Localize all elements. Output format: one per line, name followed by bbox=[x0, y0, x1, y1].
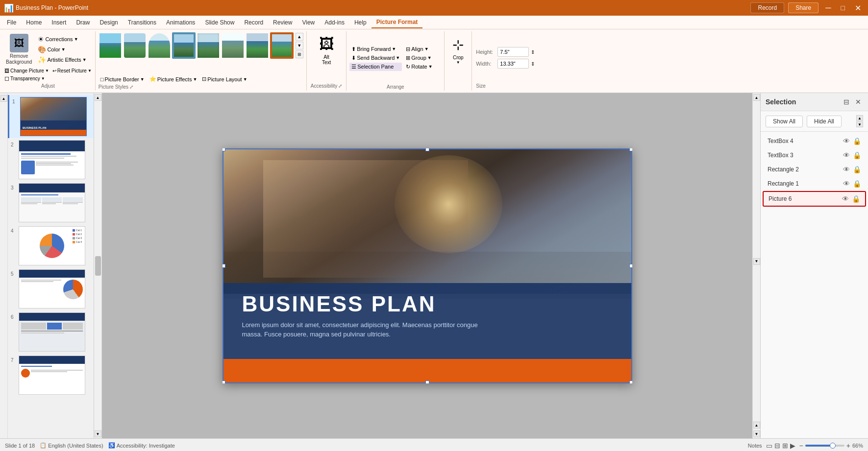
bring-forward-button[interactable]: ⬆ Bring Forward ▼ bbox=[349, 45, 402, 53]
zoom-slider[interactable] bbox=[805, 445, 844, 447]
gallery-scroll-up[interactable]: ▲ bbox=[296, 33, 303, 41]
gallery-scroll-down[interactable]: ▼ bbox=[296, 42, 303, 49]
pane-sort-up[interactable]: ▲ bbox=[856, 115, 863, 121]
zoom-in-btn[interactable]: + bbox=[846, 442, 850, 450]
crop-button[interactable]: ⊹ Crop ▼ bbox=[448, 33, 468, 68]
alt-text-button[interactable]: 🖼 AltText bbox=[315, 33, 338, 68]
gallery-expand[interactable]: ⊞ bbox=[296, 50, 303, 58]
remove-background-button[interactable]: 🖼 RemoveBackground bbox=[3, 32, 35, 67]
change-picture-button[interactable]: 🖼 Change Picture ▼ bbox=[3, 68, 50, 74]
picture-effects-button[interactable]: ⭐ Picture Effects ▼ bbox=[148, 75, 199, 83]
align-button[interactable]: ⊟ Align ▼ bbox=[404, 45, 434, 53]
reset-picture-button[interactable]: ↩ Reset Picture ▼ bbox=[51, 68, 93, 74]
notes-button[interactable]: Notes bbox=[748, 443, 762, 449]
menu-animations[interactable]: Animations bbox=[161, 17, 200, 28]
slide-thumb-2[interactable]: 2 bbox=[8, 138, 94, 181]
width-input[interactable] bbox=[497, 59, 529, 69]
minimize-icon[interactable]: ─ bbox=[822, 2, 834, 13]
height-input[interactable] bbox=[497, 47, 529, 57]
selection-item-textbox3[interactable]: TextBox 3 👁 🔒 bbox=[763, 148, 866, 162]
pane-expand-icon[interactable]: ⊟ bbox=[842, 97, 851, 107]
slide-thumb-4[interactable]: 4 Cat 1 Cat 2 Cat 3 Cat 4 bbox=[8, 224, 94, 267]
menu-file[interactable]: File bbox=[2, 17, 21, 28]
selection-item-textbox4[interactable]: TextBox 4 👁 🔒 bbox=[763, 134, 866, 148]
corrections-button[interactable]: ☀ Corrections ▼ bbox=[36, 34, 88, 44]
picture-layout-button[interactable]: ⊡ Picture Layout ▼ bbox=[200, 75, 249, 83]
visibility-icon-r2[interactable]: 👁 bbox=[843, 166, 850, 173]
scroll-thumb[interactable] bbox=[95, 256, 101, 276]
zoom-nav-down[interactable]: ▼ bbox=[753, 430, 760, 437]
picture-style-8-selected[interactable] bbox=[270, 32, 294, 59]
right-scroll-up[interactable]: ▲ bbox=[753, 94, 760, 101]
artistic-effects-button[interactable]: ✨ Artistic Effects ▼ bbox=[36, 55, 88, 65]
rotate-button[interactable]: ↻ Rotate ▼ bbox=[404, 63, 434, 71]
right-scroll-down[interactable]: ▼ bbox=[753, 258, 760, 265]
height-spinner-icon[interactable]: ⇕ bbox=[531, 49, 535, 55]
selection-item-picture6[interactable]: Picture 6 👁 🔒 bbox=[763, 191, 866, 207]
picture-style-5[interactable] bbox=[197, 32, 220, 59]
picture-style-6[interactable] bbox=[221, 32, 245, 59]
slide-thumb-5[interactable]: 5 bbox=[8, 267, 94, 310]
menu-design[interactable]: Design bbox=[95, 17, 123, 28]
pane-sort-down[interactable]: ▼ bbox=[856, 121, 863, 127]
slide-thumb-7[interactable]: 7 bbox=[8, 354, 94, 397]
lock-icon-r1[interactable]: 🔒 bbox=[853, 180, 861, 188]
transparency-button[interactable]: ◻ Transparency ▼ bbox=[3, 74, 93, 82]
menu-help[interactable]: Help bbox=[349, 17, 372, 28]
picture-style-2[interactable] bbox=[123, 32, 147, 59]
view-slideshow-icon[interactable]: ▶ bbox=[790, 442, 795, 450]
lock-icon-r2[interactable]: 🔒 bbox=[853, 166, 861, 173]
main-scroll-up[interactable]: ▲ bbox=[95, 94, 101, 101]
pane-close-icon[interactable]: ✕ bbox=[853, 97, 863, 107]
share-button[interactable]: Share bbox=[788, 2, 818, 13]
close-icon[interactable]: ✕ bbox=[852, 2, 864, 14]
menu-picture-format[interactable]: Picture Format bbox=[372, 17, 423, 28]
picture-style-4[interactable] bbox=[172, 32, 196, 59]
hide-all-button[interactable]: Hide All bbox=[807, 116, 842, 127]
selection-item-rect2[interactable]: Rectangle 2 👁 🔒 bbox=[763, 163, 866, 176]
visibility-icon-tb4[interactable]: 👁 bbox=[843, 137, 850, 145]
selection-pane-button[interactable]: ☰ Selection Pane bbox=[349, 63, 402, 71]
menu-record[interactable]: Record bbox=[239, 17, 268, 28]
color-button[interactable]: 🎨 Color ▼ bbox=[36, 45, 88, 54]
lock-icon-tb3[interactable]: 🔒 bbox=[853, 151, 861, 159]
selection-item-rect1[interactable]: Rectangle 1 👁 🔒 bbox=[763, 177, 866, 190]
visibility-icon-p6[interactable]: 👁 bbox=[842, 195, 849, 203]
picture-style-1[interactable] bbox=[99, 32, 122, 59]
visibility-icon-tb3[interactable]: 👁 bbox=[843, 151, 850, 159]
menu-slideshow[interactable]: Slide Show bbox=[200, 17, 239, 28]
show-all-button[interactable]: Show All bbox=[766, 116, 803, 127]
slide-thumb-1[interactable]: 1 BUSINESS PLAN bbox=[8, 95, 94, 138]
maximize-icon[interactable]: □ bbox=[838, 3, 848, 13]
lock-icon-p6[interactable]: 🔒 bbox=[852, 195, 860, 203]
picture-style-3[interactable] bbox=[148, 32, 171, 59]
zoom-out-btn[interactable]: − bbox=[799, 442, 803, 450]
width-spinner-icon[interactable]: ⇕ bbox=[531, 61, 535, 67]
language-indicator[interactable]: 📋 English (United States) bbox=[40, 442, 103, 449]
view-normal-icon[interactable]: ▭ bbox=[766, 442, 772, 450]
menu-addins[interactable]: Add-ins bbox=[320, 17, 349, 28]
picture-border-button[interactable]: □ Picture Border ▼ bbox=[99, 75, 147, 83]
group-button[interactable]: ⊞ Group ▼ bbox=[404, 54, 434, 62]
menu-review[interactable]: Review bbox=[268, 17, 297, 28]
slide-nav-up[interactable]: ▲ bbox=[0, 95, 7, 102]
record-button[interactable]: Record bbox=[750, 2, 784, 13]
visibility-icon-r1[interactable]: 👁 bbox=[843, 180, 850, 188]
accessibility-status[interactable]: ♿ Accessibility: Investigate bbox=[108, 442, 175, 449]
zoom-level[interactable]: 66% bbox=[852, 443, 863, 449]
menu-view[interactable]: View bbox=[297, 17, 320, 28]
picture-style-7[interactable] bbox=[246, 32, 269, 59]
view-reading-icon[interactable]: ⊞ bbox=[782, 442, 788, 450]
slide-thumb-3[interactable]: 3 bbox=[8, 181, 94, 224]
menu-home[interactable]: Home bbox=[21, 17, 47, 28]
slide-canvas[interactable]: BUSINESS PLAN Lorem ipsum dolor sit amet… bbox=[223, 148, 632, 383]
slide-thumb-6[interactable]: 6 bbox=[8, 310, 94, 354]
zoom-nav-up[interactable]: ▲ bbox=[753, 422, 760, 428]
view-outline-icon[interactable]: ⊟ bbox=[774, 442, 780, 450]
send-backward-button[interactable]: ⬇ Send Backward ▼ bbox=[349, 54, 402, 62]
menu-transitions[interactable]: Transitions bbox=[123, 17, 161, 28]
menu-insert[interactable]: Insert bbox=[47, 17, 71, 28]
main-scroll-down[interactable]: ▼ bbox=[95, 430, 101, 437]
lock-icon-tb4[interactable]: 🔒 bbox=[853, 137, 861, 145]
menu-draw[interactable]: Draw bbox=[71, 17, 95, 28]
